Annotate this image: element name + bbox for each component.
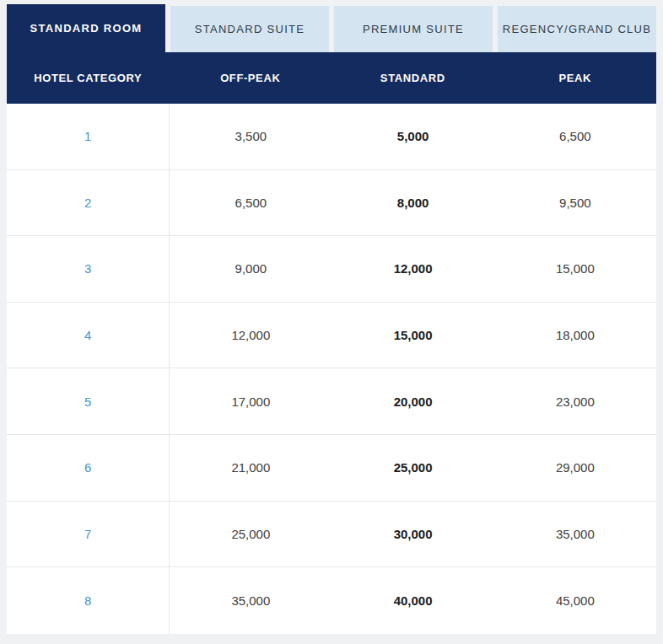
peak-cell: 15,000 — [494, 236, 656, 302]
tab-standard-suite[interactable]: STANDARD SUITE — [170, 6, 329, 52]
category-cell: 1 — [7, 104, 170, 169]
table-row: 6 21,000 25,000 29,000 — [7, 435, 656, 502]
table-row: 3 9,000 12,000 15,000 — [7, 236, 656, 303]
tab-regency-grand-club[interactable]: REGENCY/GRAND CLUB — [498, 6, 656, 52]
header-off-peak: OFF-PEAK — [170, 52, 332, 104]
tab-premium-suite[interactable]: PREMIUM SUITE — [334, 6, 493, 52]
standard-cell: 15,000 — [332, 303, 494, 368]
table-row: 2 6,500 8,000 9,500 — [7, 170, 656, 237]
off-peak-cell: 35,000 — [170, 567, 332, 634]
category-cell: 8 — [7, 567, 170, 634]
category-link[interactable]: 6 — [84, 460, 91, 475]
category-link[interactable]: 5 — [84, 394, 91, 409]
category-cell: 5 — [7, 368, 170, 434]
category-cell: 3 — [7, 236, 170, 302]
room-type-tab-bar: STANDARD ROOM STANDARD SUITE PREMIUM SUI… — [7, 4, 656, 52]
category-link[interactable]: 3 — [84, 261, 91, 276]
award-chart-page: STANDARD ROOM STANDARD SUITE PREMIUM SUI… — [0, 0, 663, 644]
standard-cell: 30,000 — [332, 502, 494, 567]
table-row: 7 25,000 30,000 35,000 — [7, 502, 656, 568]
peak-cell: 18,000 — [494, 303, 656, 368]
off-peak-cell: 9,000 — [170, 236, 332, 302]
category-cell: 4 — [7, 303, 170, 368]
off-peak-cell: 6,500 — [170, 170, 332, 236]
category-link[interactable]: 7 — [84, 527, 91, 541]
table-row: 4 12,000 15,000 18,000 — [7, 303, 656, 369]
category-cell: 7 — [7, 502, 170, 567]
peak-cell: 6,500 — [494, 104, 656, 169]
header-standard: STANDARD — [332, 52, 494, 104]
peak-cell: 29,000 — [494, 435, 656, 501]
category-cell: 6 — [7, 435, 170, 501]
standard-cell: 20,000 — [332, 368, 494, 434]
category-link[interactable]: 1 — [84, 129, 91, 143]
standard-cell: 40,000 — [332, 567, 494, 634]
standard-cell: 5,000 — [332, 104, 494, 169]
off-peak-cell: 3,500 — [170, 104, 332, 169]
table-body: 1 3,500 5,000 6,500 2 6,500 8,000 9,500 … — [7, 104, 656, 634]
peak-cell: 45,000 — [494, 567, 656, 634]
award-chart: STANDARD ROOM STANDARD SUITE PREMIUM SUI… — [7, 4, 656, 634]
table-row: 1 3,500 5,000 6,500 — [7, 104, 656, 170]
off-peak-cell: 12,000 — [170, 303, 332, 368]
tab-standard-room[interactable]: STANDARD ROOM — [7, 4, 165, 52]
category-link[interactable]: 4 — [84, 328, 91, 342]
peak-cell: 35,000 — [494, 502, 656, 567]
table-header-row: HOTEL CATEGORY OFF-PEAK STANDARD PEAK — [7, 52, 656, 104]
standard-cell: 12,000 — [332, 236, 494, 302]
header-hotel-category: HOTEL CATEGORY — [7, 52, 170, 104]
category-link[interactable]: 2 — [84, 196, 91, 210]
standard-cell: 8,000 — [332, 170, 494, 236]
category-link[interactable]: 8 — [84, 593, 91, 608]
table-row: 5 17,000 20,000 23,000 — [7, 368, 656, 435]
category-cell: 2 — [7, 170, 170, 236]
table-row: 8 35,000 40,000 45,000 — [7, 567, 656, 634]
off-peak-cell: 25,000 — [170, 502, 332, 567]
off-peak-cell: 17,000 — [170, 368, 332, 434]
peak-cell: 9,500 — [494, 170, 656, 236]
standard-cell: 25,000 — [332, 435, 494, 501]
peak-cell: 23,000 — [494, 368, 656, 434]
off-peak-cell: 21,000 — [170, 435, 332, 501]
header-peak: PEAK — [494, 52, 657, 104]
